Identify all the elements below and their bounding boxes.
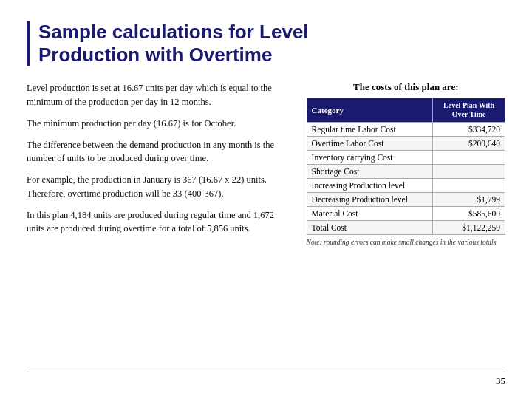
value-cell: $585,600 [433, 207, 505, 221]
right-column: The costs of this plan are: Category Lev… [307, 81, 505, 384]
value-cell: $200,640 [433, 137, 505, 151]
costs-title: The costs of this plan are: [307, 81, 505, 93]
value-cell: $334,720 [433, 123, 505, 137]
table-row: Regular time Labor Cost$334,720 [307, 123, 505, 137]
content-row: Level production is set at 16.67 units p… [27, 81, 505, 384]
value-cell [433, 151, 505, 165]
table-row: Shortage Cost [307, 165, 505, 179]
para3: The difference between the demand produc… [27, 138, 284, 166]
value-cell: $1,122,259 [433, 221, 505, 235]
title-line1: Sample calculations for Level [38, 21, 309, 43]
category-cell: Overtime Labor Cost [307, 137, 433, 151]
title-section: Sample calculations for Level Production… [27, 21, 505, 66]
category-cell: Material Cost [307, 207, 433, 221]
page-container: Sample calculations for Level Production… [0, 0, 532, 399]
table-row: Total Cost$1,122,259 [307, 221, 505, 235]
value-cell [433, 179, 505, 193]
value-cell [433, 165, 505, 179]
para2: The minimum production per day (16.67) i… [27, 117, 284, 131]
category-cell: Shortage Cost [307, 165, 433, 179]
title-line2: Production with Overtime [38, 44, 272, 66]
value-cell: $1,799 [433, 193, 505, 207]
category-cell: Inventory carrying Cost [307, 151, 433, 165]
cost-table: Category Level Plan WithOver Time Regula… [307, 98, 505, 235]
col-header-category: Category [307, 98, 433, 123]
table-row: Increasing Production level [307, 179, 505, 193]
page-number: 35 [496, 375, 505, 387]
col-header-value: Level Plan WithOver Time [433, 98, 505, 123]
category-cell: Total Cost [307, 221, 433, 235]
page-title: Sample calculations for Level Production… [38, 21, 505, 66]
table-row: Overtime Labor Cost$200,640 [307, 137, 505, 151]
table-row: Material Cost$585,600 [307, 207, 505, 221]
para1: Level production is set at 16.67 units p… [27, 81, 284, 109]
category-cell: Increasing Production level [307, 179, 433, 193]
divider-bottom [27, 372, 505, 372]
left-column: Level production is set at 16.67 units p… [27, 81, 284, 384]
table-row: Decreasing Production level$1,799 [307, 193, 505, 207]
table-note: Note: rounding errors can make small cha… [307, 238, 505, 247]
category-cell: Regular time Labor Cost [307, 123, 433, 137]
para5: In this plan 4,184 units are produced du… [27, 208, 284, 236]
table-row: Inventory carrying Cost [307, 151, 505, 165]
para4: For example, the production in January i… [27, 173, 284, 201]
category-cell: Decreasing Production level [307, 193, 433, 207]
